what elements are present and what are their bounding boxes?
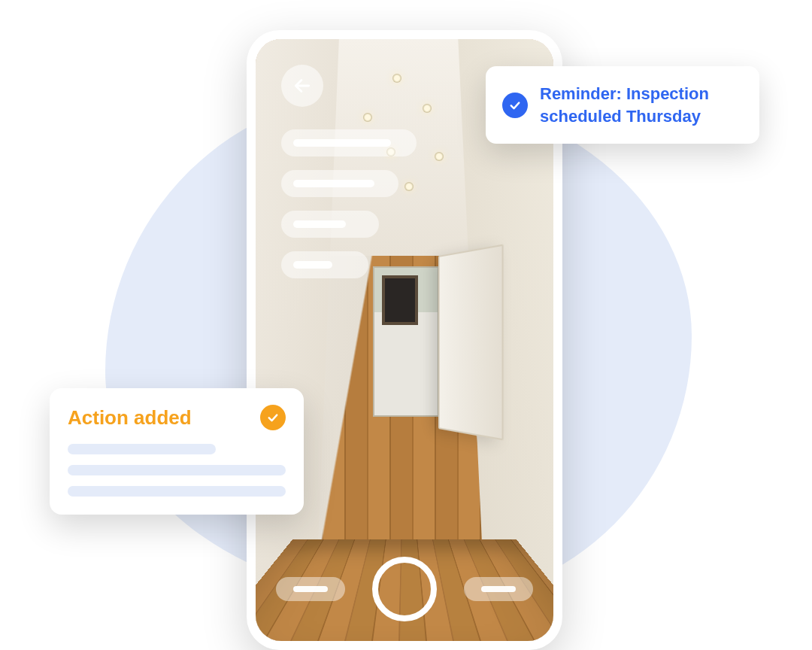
shutter-button[interactable] (372, 557, 437, 621)
action-added-card: Action added (50, 388, 304, 515)
overlay-option[interactable] (281, 251, 368, 278)
check-icon (502, 93, 528, 118)
reminder-text: Reminder: Inspection scheduled Thursday (540, 83, 741, 127)
back-button[interactable] (281, 65, 323, 107)
action-card-line (68, 465, 286, 475)
camera-controls (256, 557, 553, 621)
action-card-title: Action added (68, 406, 192, 430)
overlay-options (281, 129, 417, 278)
camera-option-right[interactable] (464, 577, 533, 601)
overlay-option[interactable] (281, 211, 379, 238)
scene-kitchen (373, 266, 439, 417)
scene-door (438, 244, 504, 440)
arrow-left-icon (292, 76, 312, 96)
overlay-option[interactable] (281, 129, 417, 156)
check-icon (260, 405, 286, 430)
action-card-line (68, 444, 216, 454)
reminder-card: Reminder: Inspection scheduled Thursday (486, 66, 759, 144)
overlay-option[interactable] (281, 170, 398, 197)
camera-option-left[interactable] (276, 577, 345, 601)
action-card-line (68, 486, 286, 497)
